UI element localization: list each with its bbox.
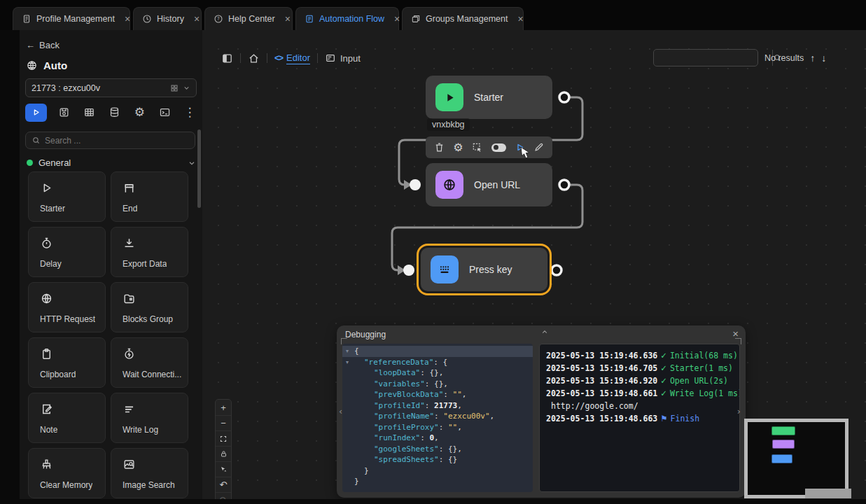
block-clipboard[interactable]: Clipboard: [28, 337, 106, 388]
play-icon: [40, 181, 53, 195]
log-line: 2025-05-13 15:19:46.920✓Open URL(2s): [546, 374, 733, 387]
database-icon[interactable]: [106, 105, 122, 120]
home-icon[interactable]: [248, 52, 260, 64]
gear-icon[interactable]: ⚙: [132, 105, 147, 120]
minimap[interactable]: [744, 419, 848, 498]
pointer-icon[interactable]: [216, 461, 231, 477]
block-end[interactable]: End: [111, 172, 188, 222]
chevron-down-icon: [188, 159, 196, 167]
toggle-icon[interactable]: [491, 144, 506, 152]
node-toolbar: ⚙: [426, 136, 552, 158]
keyboard-icon: [431, 255, 459, 284]
node-label: Starter: [474, 92, 503, 103]
panel-toggle-icon[interactable]: [221, 52, 233, 64]
tab-automation-flow[interactable]: Automation Flow ×: [295, 7, 399, 30]
trash-icon[interactable]: [434, 142, 445, 153]
lock-icon[interactable]: [216, 446, 231, 461]
block-blocks-group[interactable]: Blocks Group: [111, 282, 188, 332]
log-line: 2025-05-13 15:19:48.663⚑Finish: [546, 412, 733, 425]
code-icon: <>: [274, 53, 283, 63]
run-button[interactable]: [25, 104, 47, 122]
collapse-caret-icon[interactable]: ▾: [346, 357, 354, 368]
sidebar: ← Back Auto 21773 : ezxcu00v ⚙ ⋮: [20, 30, 202, 499]
flow-canvas[interactable]: <> Editor Input No results ↑ ↓ Starter v…: [202, 30, 866, 499]
fit-view-icon[interactable]: [216, 430, 231, 446]
search-input[interactable]: [45, 136, 189, 146]
close-icon[interactable]: ×: [285, 14, 291, 24]
chevron-left-icon[interactable]: ‹: [339, 406, 342, 416]
node-starter[interactable]: Starter: [426, 76, 552, 119]
json-line[interactable]: "profileName": "ezxcu00v",: [342, 411, 533, 422]
tab-bar: Profile Management × History × ? Help Ce…: [0, 0, 866, 30]
tab-help-center[interactable]: ? Help Center ×: [204, 7, 293, 30]
tab-editor[interactable]: <> Editor: [274, 52, 310, 64]
input-port-presskey[interactable]: [403, 265, 414, 276]
block-delay[interactable]: Delay: [28, 227, 106, 277]
block-clear-memory[interactable]: Clear Memory: [28, 448, 106, 498]
log-line: 2025-05-13 15:19:46.636✓Initial(68 ms): [546, 349, 733, 362]
output-port-starter[interactable]: [559, 92, 569, 102]
output-port-presskey[interactable]: [552, 265, 561, 275]
json-line[interactable]: "profileProxy": "",: [342, 422, 533, 433]
flag-icon: ⚑: [657, 414, 670, 424]
gear-icon[interactable]: ⚙: [453, 141, 463, 154]
minimap-viewport[interactable]: [805, 489, 851, 498]
block-starter[interactable]: Starter: [28, 172, 106, 222]
back-button[interactable]: ← Back: [26, 40, 60, 50]
collapse-caret-icon[interactable]: ▾: [346, 346, 354, 357]
zoom-out-icon[interactable]: −: [216, 415, 231, 430]
tab-history[interactable]: History ×: [133, 7, 202, 30]
table-icon[interactable]: [82, 105, 97, 120]
play-icon[interactable]: [515, 142, 525, 153]
tab-groups-management[interactable]: Groups Management ×: [402, 7, 524, 30]
profile-select[interactable]: 21773 : ezxcu00v: [25, 78, 197, 97]
section-general[interactable]: General: [27, 158, 196, 168]
undo-icon[interactable]: ↶: [216, 477, 231, 492]
collapse-icon[interactable]: [541, 329, 548, 335]
json-line[interactable]: }: [342, 465, 533, 477]
tab-input[interactable]: Input: [325, 52, 361, 64]
json-line[interactable]: "prevBlockData": "",: [342, 389, 533, 400]
terminal-icon[interactable]: [157, 105, 172, 120]
canvas-topbar: <> Editor Input: [221, 49, 361, 67]
close-icon[interactable]: ×: [394, 14, 400, 24]
node-open-url[interactable]: Open URL: [426, 163, 552, 206]
zoom-in-icon[interactable]: +: [216, 400, 231, 415]
arrow-down-icon[interactable]: ↓: [821, 52, 826, 64]
block-wait-connection[interactable]: Wait Connecti...: [111, 337, 188, 388]
json-line[interactable]: "googleSheets": {},: [342, 444, 533, 455]
block-http-request[interactable]: HTTP Request: [28, 282, 106, 332]
close-icon[interactable]: ×: [194, 14, 200, 24]
block-note[interactable]: Note: [28, 393, 106, 443]
json-line[interactable]: "loopData": {},: [342, 368, 533, 379]
json-line[interactable]: "runIndex": 0,: [342, 433, 533, 444]
save-icon[interactable]: [57, 105, 72, 120]
block-image-search[interactable]: Image Search: [111, 448, 188, 498]
json-line[interactable]: ▾{: [342, 346, 533, 357]
debug-header[interactable]: Debugging ×: [337, 326, 746, 344]
json-line[interactable]: "variables": {},: [342, 379, 533, 390]
pencil-icon[interactable]: [533, 142, 544, 153]
more-icon[interactable]: ⋮: [182, 105, 197, 120]
find-input[interactable]: [654, 50, 772, 66]
help-icon: ?: [214, 14, 223, 24]
close-icon[interactable]: ×: [517, 14, 523, 24]
tab-profile-management[interactable]: Profile Management ×: [13, 7, 130, 30]
image-search-icon: [123, 458, 136, 471]
input-port-openurl[interactable]: [410, 179, 421, 190]
json-line[interactable]: "profileId": 21773,: [342, 400, 533, 412]
marquee-select-icon[interactable]: [472, 142, 483, 153]
output-port-openurl[interactable]: [559, 180, 569, 190]
chevron-right-icon[interactable]: ›: [737, 406, 741, 416]
block-write-log[interactable]: Write Log: [111, 393, 188, 443]
json-line[interactable]: }: [342, 476, 533, 487]
sidebar-scrollbar[interactable]: [197, 130, 201, 208]
clipboard-icon: [40, 347, 53, 360]
node-press-key[interactable]: Press key: [421, 248, 547, 291]
block-export-data[interactable]: Export Data: [111, 227, 188, 277]
json-line[interactable]: ▾"referenceData": {: [342, 357, 533, 368]
json-line[interactable]: "spreadSheets": {}: [342, 454, 533, 465]
redo-icon[interactable]: ↷: [216, 492, 231, 499]
arrow-up-icon[interactable]: ↑: [810, 52, 815, 64]
close-icon[interactable]: ×: [125, 14, 130, 24]
